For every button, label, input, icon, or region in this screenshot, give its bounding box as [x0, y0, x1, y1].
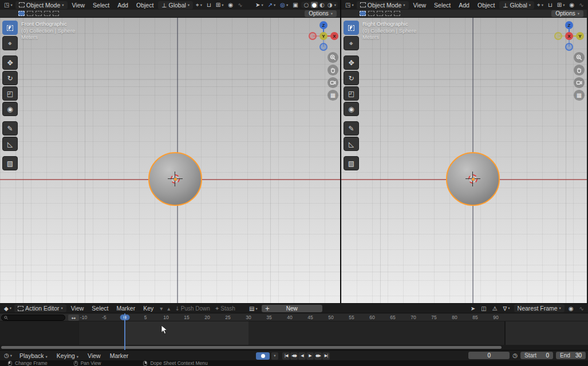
menu-select[interactable]: Select: [89, 2, 113, 9]
mode-dropdown[interactable]: Object Mode▾: [15, 1, 68, 9]
gizmo-x-ball[interactable]: X: [330, 32, 338, 40]
snap-toggle[interactable]: ⊔: [205, 2, 213, 8]
next-keyframe-button[interactable]: ◆▶: [314, 352, 322, 360]
snap-target-dropdown[interactable]: ⊞▾: [555, 2, 567, 8]
editor-type-dropdown[interactable]: ◳▾: [2, 2, 14, 8]
measure-tool[interactable]: ◺: [2, 137, 18, 151]
push-down-button[interactable]: ↓Push Down: [173, 305, 212, 312]
shading-rendered-button[interactable]: ◑: [326, 2, 334, 8]
annotate-tool[interactable]: ✎: [344, 121, 359, 136]
menu-view[interactable]: View: [68, 305, 88, 312]
gizmo-x-ball[interactable]: X: [565, 32, 573, 40]
stash-button[interactable]: ✦Stash: [213, 305, 237, 312]
cursor-tool[interactable]: ⌖: [344, 36, 359, 50]
add-cube-tool[interactable]: ▧: [2, 156, 18, 170]
options-dropdown[interactable]: Options▾: [551, 10, 583, 17]
editor-type-dropdown[interactable]: ◳▾: [344, 2, 356, 8]
annotate-tool[interactable]: ✎: [2, 121, 18, 136]
select-mode-invert-button[interactable]: [385, 11, 392, 16]
falloff-dropdown[interactable]: ∿: [236, 2, 244, 8]
gizmo-y-ball[interactable]: Y: [319, 32, 327, 40]
menu-view[interactable]: View: [410, 2, 430, 9]
menu-view[interactable]: View: [84, 352, 104, 359]
menu-object[interactable]: Object: [474, 2, 498, 9]
scrollbar-thumb[interactable]: [1, 346, 502, 349]
select-mode-intersect-button[interactable]: [53, 11, 59, 16]
shading-material-button[interactable]: ◐: [318, 2, 326, 8]
menu-view[interactable]: View: [69, 2, 89, 9]
menu-key[interactable]: Key: [140, 305, 157, 312]
sphere-object[interactable]: [148, 152, 202, 206]
menu-add[interactable]: Add: [114, 2, 132, 9]
playhead[interactable]: [124, 313, 125, 350]
camera-view-button[interactable]: [574, 77, 585, 88]
play-reverse-button[interactable]: ◀: [298, 352, 306, 360]
scale-tool[interactable]: ◰: [344, 86, 359, 101]
proportional-toggle[interactable]: ◉: [567, 305, 575, 312]
proportional-toggle[interactable]: ◉: [567, 2, 576, 8]
menu-object[interactable]: Object: [133, 2, 157, 9]
overlays-dropdown[interactable]: ↗▾: [266, 2, 278, 8]
frame-range-zoom-button[interactable]: ↔: [68, 315, 79, 321]
menu-playback[interactable]: Playback ▾: [16, 352, 51, 359]
menu-select[interactable]: Select: [88, 305, 112, 312]
gizmo-neg-z-ball[interactable]: [565, 43, 573, 51]
pan-button[interactable]: [574, 65, 585, 75]
viewport-canvas[interactable]: ⌖ ✥ ↻ ◰ ◉ ✎ ◺ ▧ Right Orthographic (0) C…: [341, 18, 587, 303]
gizmo-neg-z-ball[interactable]: [319, 43, 327, 51]
filter-dropdown[interactable]: ∇▾: [502, 305, 512, 312]
channel-search-input[interactable]: [1, 315, 65, 321]
select-box-tool[interactable]: [344, 21, 359, 35]
measure-tool[interactable]: ◺: [344, 137, 359, 151]
gizmo-neg-x-ball[interactable]: [309, 32, 317, 40]
snap-mode-dropdown[interactable]: Nearest Frame▾: [514, 304, 565, 312]
snap-toggle[interactable]: ⊔: [546, 2, 554, 8]
gizmo-neg-y-ball[interactable]: [554, 32, 562, 40]
rotate-tool[interactable]: ↻: [2, 71, 18, 85]
perspective-toggle-button[interactable]: ▦: [327, 90, 338, 101]
move-action-down-button[interactable]: ▾: [158, 305, 164, 312]
add-cube-tool[interactable]: ▧: [344, 156, 359, 170]
xray-dropdown[interactable]: ◎▾: [278, 2, 290, 8]
select-mode-extend-button[interactable]: [27, 11, 33, 16]
shading-wireframe-button[interactable]: ○: [303, 2, 310, 8]
select-mode-new-button[interactable]: [18, 11, 25, 16]
gizmo-y-ball[interactable]: Y: [576, 32, 584, 40]
options-dropdown[interactable]: Options▾: [305, 10, 337, 17]
falloff-dropdown[interactable]: ∿: [577, 2, 585, 8]
zoom-button[interactable]: [574, 52, 585, 63]
only-selected-toggle[interactable]: ➤: [469, 305, 477, 312]
menu-select[interactable]: Select: [431, 2, 454, 9]
mode-dropdown[interactable]: Object Mode▾: [357, 1, 409, 9]
start-frame-field[interactable]: Start0: [520, 352, 553, 359]
end-frame-field[interactable]: End30: [556, 352, 586, 359]
gizmo-z-ball[interactable]: Z: [319, 21, 327, 29]
auto-keying-toggle[interactable]: [256, 352, 270, 360]
jump-to-end-button[interactable]: ▶|: [322, 352, 330, 360]
zoom-button[interactable]: [327, 52, 338, 63]
dope-sheet-lanes[interactable]: [0, 321, 588, 345]
snap-target-dropdown[interactable]: ⊞▾: [214, 2, 226, 8]
show-hidden-toggle[interactable]: ◫: [479, 305, 488, 312]
play-button[interactable]: ▶: [306, 352, 314, 360]
rotate-tool[interactable]: ↻: [344, 71, 359, 85]
timeline-ruler[interactable]: -10-505101520253035404550556065707580859…: [0, 313, 588, 321]
proportional-toggle[interactable]: ◉: [226, 2, 235, 8]
previous-keyframe-button[interactable]: ◀◆: [290, 352, 298, 360]
select-box-tool[interactable]: [2, 21, 18, 35]
gizmo-z-ball[interactable]: Z: [565, 21, 573, 29]
select-mode-intersect-button[interactable]: [394, 11, 400, 16]
editor-mode-dropdown[interactable]: Action Editor▾: [14, 304, 66, 312]
falloff-dropdown[interactable]: ∿: [578, 305, 586, 312]
orientation-dropdown[interactable]: ⊥Global▾: [499, 1, 534, 9]
new-action-button[interactable]: +New: [262, 305, 322, 312]
editor-type-dropdown[interactable]: ◆▾: [2, 305, 13, 312]
editor-type-dropdown[interactable]: ◷▾: [2, 352, 14, 359]
select-mode-subtract-button[interactable]: [377, 11, 383, 16]
move-action-up-button[interactable]: ▴: [165, 305, 172, 312]
perspective-toggle-button[interactable]: ▦: [574, 90, 585, 101]
jump-to-start-button[interactable]: |◀: [282, 352, 290, 360]
scale-tool[interactable]: ◰: [2, 86, 18, 101]
keying-set-dropdown[interactable]: ▾: [271, 352, 278, 360]
camera-view-button[interactable]: [327, 77, 338, 88]
